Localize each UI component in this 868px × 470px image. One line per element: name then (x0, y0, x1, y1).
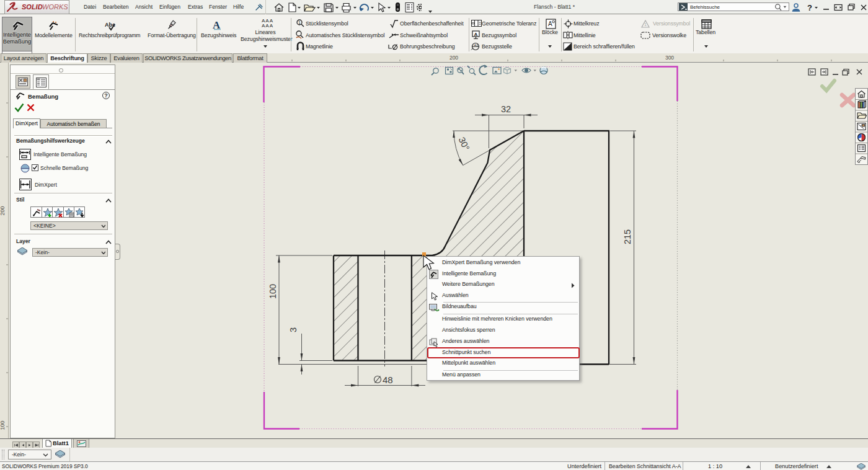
svg-text:A1: A1 (474, 43, 479, 47)
svg-text:A: A (474, 32, 478, 37)
svg-text:SOLID: SOLID (22, 3, 43, 11)
svg-text:?: ? (807, 3, 812, 12)
svg-text:100: 100 (0, 420, 6, 430)
svg-text:200: 200 (450, 55, 458, 61)
svg-text:AAA: AAA (262, 23, 273, 28)
svg-text:48: 48 (383, 375, 393, 385)
svg-text:32: 32 (501, 104, 511, 114)
svg-text:215: 215 (622, 229, 632, 244)
svg-text:3: 3 (288, 327, 298, 332)
svg-text:A: A (548, 20, 552, 27)
svg-text:100: 100 (268, 284, 278, 299)
svg-text:300: 300 (665, 55, 674, 61)
svg-text:WORKS: WORKS (42, 3, 68, 11)
svg-text:30°: 30° (456, 135, 471, 152)
svg-text:200: 200 (0, 206, 6, 215)
svg-text:1: 1 (644, 22, 647, 27)
svg-text:A: A (213, 19, 221, 30)
svg-text:1: 1 (298, 20, 301, 25)
